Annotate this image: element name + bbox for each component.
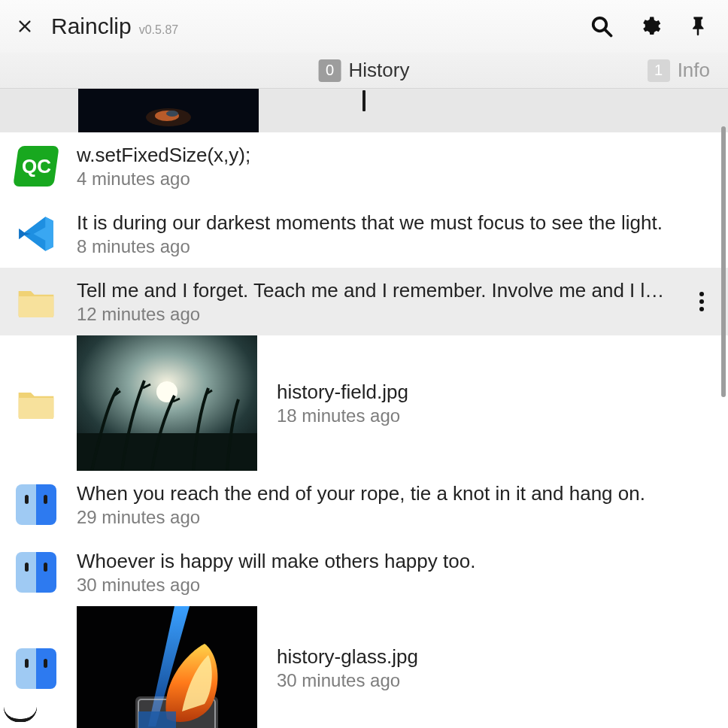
app-version: v0.5.87 xyxy=(139,23,178,37)
source-app-icon xyxy=(15,281,57,323)
clip-text: It is during our darkest moments that we… xyxy=(77,211,713,235)
tab-history-key: 0 xyxy=(319,59,341,82)
clip-time: 30 minutes ago xyxy=(77,575,713,596)
pin-icon xyxy=(687,15,709,38)
svg-rect-14 xyxy=(138,711,176,728)
source-app-icon: QC xyxy=(15,145,57,187)
source-app-icon xyxy=(15,648,57,690)
header: Rainclip v0.5.87 xyxy=(0,0,728,53)
clip-text: Tell me and I forget. Teach me and I rem… xyxy=(77,279,671,302)
finder-icon xyxy=(16,648,56,689)
list-item[interactable]: It is during our darkest moments that we… xyxy=(0,200,728,268)
clip-text: When you reach the end of your rope, tie… xyxy=(77,482,713,505)
clip-time: 12 minutes ago xyxy=(77,304,671,325)
pin-button[interactable] xyxy=(683,11,713,41)
scrollbar[interactable] xyxy=(721,89,726,728)
app-title: Rainclip xyxy=(51,14,132,39)
tab-bar: 0 History 1 Info xyxy=(0,53,728,89)
svg-point-4 xyxy=(166,111,178,117)
list-item[interactable]: Whoever is happy will make others happy … xyxy=(0,538,728,606)
folder-icon xyxy=(15,281,57,323)
clip-time: 18 minutes ago xyxy=(277,405,408,426)
vscode-icon xyxy=(15,213,57,255)
tab-info-key: 1 xyxy=(648,59,670,82)
search-button[interactable] xyxy=(587,11,617,41)
history-list[interactable]: QC w.setFixedSize(x,y); 4 minutes ago It… xyxy=(0,89,728,728)
clip-filename: history-glass.jpg xyxy=(277,645,418,669)
image-thumbnail xyxy=(78,89,259,132)
source-app-icon xyxy=(15,213,57,255)
settings-button[interactable] xyxy=(635,11,665,41)
tab-info-label: Info xyxy=(678,59,710,82)
clip-time: 30 minutes ago xyxy=(277,670,418,691)
clip-filename: history-field.jpg xyxy=(277,381,408,404)
clip-time: 8 minutes ago xyxy=(77,236,713,257)
search-icon xyxy=(590,15,613,38)
svg-point-7 xyxy=(699,307,704,311)
list-item[interactable]: When you reach the end of your rope, tie… xyxy=(0,471,728,538)
list-item[interactable]: history-field.jpg 18 minutes ago xyxy=(0,335,728,471)
finder-icon xyxy=(16,484,56,525)
list-item[interactable]: QC w.setFixedSize(x,y); 4 minutes ago xyxy=(0,132,728,200)
close-icon xyxy=(17,18,33,35)
source-app-icon xyxy=(15,484,57,526)
list-item[interactable]: history-glass.jpg 30 minutes ago xyxy=(0,606,728,728)
clip-time: 4 minutes ago xyxy=(77,168,713,190)
source-app-icon xyxy=(15,551,57,593)
gear-icon xyxy=(639,15,661,38)
finder-icon xyxy=(16,552,56,593)
tab-history-label: History xyxy=(349,59,410,82)
item-more-button[interactable] xyxy=(690,291,713,312)
folder-icon xyxy=(15,382,57,424)
more-vertical-icon xyxy=(699,291,705,312)
clip-text: w.setFixedSize(x,y); xyxy=(77,144,713,167)
tab-history[interactable]: 0 History xyxy=(319,59,410,82)
qt-creator-icon: QC xyxy=(13,146,59,187)
source-app-icon xyxy=(15,382,57,424)
list-item-selected[interactable]: Tell me and I forget. Teach me and I rem… xyxy=(0,268,728,335)
image-thumbnail xyxy=(77,335,257,471)
tab-info[interactable]: 1 Info xyxy=(648,59,710,82)
svg-point-5 xyxy=(699,292,704,296)
clip-text: Whoever is happy will make others happy … xyxy=(77,550,713,573)
svg-point-6 xyxy=(699,299,704,304)
scrollbar-thumb[interactable] xyxy=(721,126,726,397)
clip-time: 29 minutes ago xyxy=(77,507,713,528)
image-thumbnail xyxy=(77,606,257,728)
close-button[interactable] xyxy=(15,17,35,36)
